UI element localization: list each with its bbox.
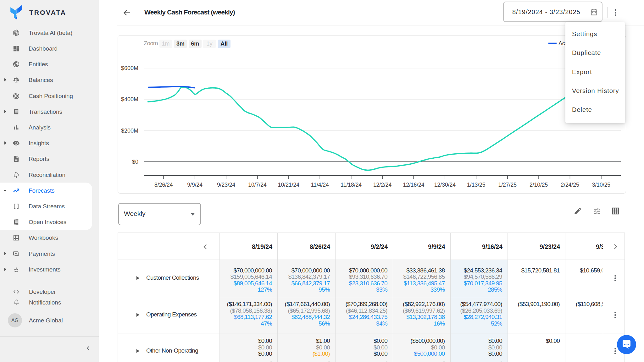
- svg-text:9/9/24: 9/9/24: [187, 182, 203, 188]
- svg-text:8/26/24: 8/26/24: [154, 182, 173, 188]
- svg-text:9/23/24: 9/23/24: [217, 182, 236, 188]
- svg-text:3/10/25: 3/10/25: [592, 182, 610, 188]
- svg-text:$200M: $200M: [121, 128, 138, 134]
- svg-text:11/4/24: 11/4/24: [311, 182, 329, 188]
- svg-text:12/16/24: 12/16/24: [403, 182, 424, 188]
- svg-text:12/2/24: 12/2/24: [373, 182, 392, 188]
- svg-text:11/18/24: 11/18/24: [341, 182, 362, 188]
- svg-text:$0: $0: [132, 159, 138, 165]
- svg-text:1/27/25: 1/27/25: [498, 182, 517, 188]
- svg-text:1/13/25: 1/13/25: [467, 182, 485, 188]
- svg-text:$600M: $600M: [121, 65, 138, 71]
- svg-text:10/7/24: 10/7/24: [248, 182, 267, 188]
- svg-text:$400M: $400M: [121, 96, 138, 102]
- svg-text:2/24/25: 2/24/25: [561, 182, 579, 188]
- svg-text:2/10/25: 2/10/25: [530, 182, 548, 188]
- svg-text:10/21/24: 10/21/24: [278, 182, 299, 188]
- svg-text:12/30/24: 12/30/24: [434, 182, 456, 188]
